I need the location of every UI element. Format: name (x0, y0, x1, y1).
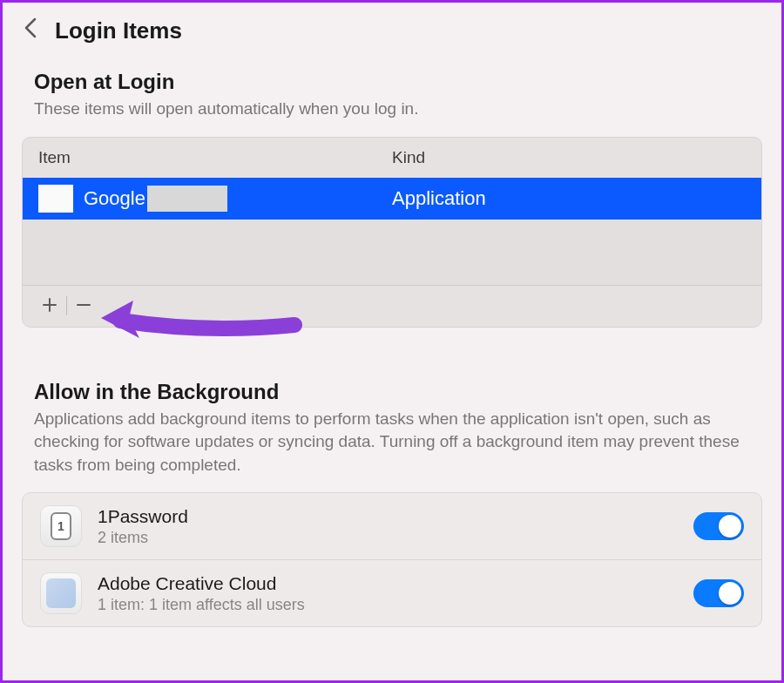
chevron-left-icon (24, 17, 37, 39)
background-subtitle: Applications add background items to per… (34, 408, 750, 477)
open-at-login-section: Open at Login These items will open auto… (3, 52, 781, 121)
app-name: 1Password (98, 506, 678, 527)
plus-icon (42, 297, 57, 313)
app-detail: 2 items (98, 529, 678, 547)
redacted-text (147, 186, 227, 212)
header: Login Items (3, 3, 781, 52)
list-item-text: Adobe Creative Cloud 1 item: 1 item affe… (98, 573, 678, 614)
list-item: Adobe Creative Cloud 1 item: 1 item affe… (23, 560, 761, 626)
app-icon-1password: 1 (40, 505, 82, 547)
list-item-text: 1Password 2 items (98, 506, 678, 547)
table-footer (23, 285, 761, 327)
background-section: Allow in the Background Applications add… (3, 328, 781, 477)
table-empty-area[interactable] (23, 220, 761, 285)
remove-button[interactable] (67, 292, 100, 320)
list-item: 1 1Password 2 items (23, 493, 761, 560)
background-title: Allow in the Background (34, 380, 750, 404)
background-items-list: 1 1Password 2 items Adobe Creative Cloud… (22, 492, 762, 627)
app-icon (38, 185, 73, 213)
open-at-login-subtitle: These items will open automatically when… (34, 98, 750, 121)
open-at-login-title: Open at Login (34, 70, 750, 94)
column-header-kind[interactable]: Kind (392, 148, 746, 167)
app-name: Adobe Creative Cloud (98, 573, 678, 594)
toggle-switch[interactable] (693, 512, 744, 540)
login-items-table: Item Kind Google Application (22, 137, 762, 328)
toggle-switch[interactable] (693, 579, 744, 607)
table-header: Item Kind (23, 138, 761, 178)
toggle-knob (719, 582, 741, 605)
page-title: Login Items (55, 17, 182, 44)
app-icon-adobe (40, 572, 82, 614)
app-detail: 1 item: 1 item affects all users (98, 596, 678, 614)
add-button[interactable] (33, 292, 66, 320)
table-row-item-cell: Google (38, 185, 392, 213)
app-name: Google (84, 187, 145, 210)
back-button[interactable] (24, 17, 37, 45)
column-header-item[interactable]: Item (38, 148, 392, 167)
toggle-knob (719, 515, 741, 538)
table-row[interactable]: Google Application (23, 178, 761, 220)
table-row-kind-cell: Application (392, 187, 746, 210)
minus-icon (76, 297, 91, 313)
